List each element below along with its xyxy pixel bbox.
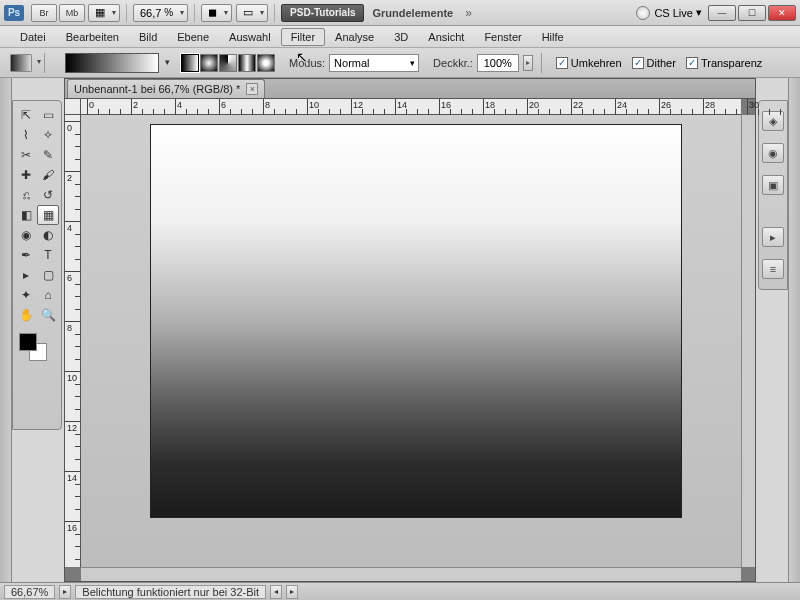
hand-tool-icon[interactable]: ✋ (15, 305, 37, 325)
title-bar: Ps Br Mb ▦ 66,7 % ◼ ▭ PSD-Tutorials Grun… (0, 0, 800, 26)
menu-ebene[interactable]: Ebene (167, 28, 219, 46)
opacity-input[interactable]: 100% (477, 54, 519, 72)
gradient-reflected-icon[interactable] (238, 54, 256, 72)
menu-datei[interactable]: Datei (10, 28, 56, 46)
chevron-right-icon[interactable]: » (465, 6, 472, 20)
history-brush-icon[interactable]: ↺ (37, 185, 59, 205)
cs-live-button[interactable]: CS Live ▾ (636, 6, 702, 20)
toolbox: ⇱▭ ⌇✧ ✂✎ ✚🖌 ⎌↺ ◧▦ ◉◐ ✒T ▸▢ ✦⌂ ✋🔍 (12, 100, 62, 430)
app-logo-icon: Ps (4, 5, 24, 21)
gradient-preview[interactable] (65, 53, 159, 73)
3d-tool-icon[interactable]: ✦ (15, 285, 37, 305)
document-tab[interactable]: Unbenannt-1 bei 66,7% (RGB/8) * × (67, 79, 265, 98)
status-arrow-icon[interactable]: ▸ (59, 585, 71, 599)
shape-tool-icon[interactable]: ▢ (37, 265, 59, 285)
minibridge-button[interactable]: Mb (59, 4, 85, 22)
opacity-label: Deckkr.: (433, 57, 473, 69)
menu-bild[interactable]: Bild (129, 28, 167, 46)
canvas[interactable] (151, 125, 681, 517)
maximize-button[interactable]: ☐ (738, 5, 766, 21)
history-icon[interactable]: ▸ (762, 227, 784, 247)
menu-fenster[interactable]: Fenster (474, 28, 531, 46)
eyedropper-tool-icon[interactable]: ✎ (37, 145, 59, 165)
foreground-color-swatch[interactable] (19, 333, 37, 351)
status-bar: 66,67% ▸ Belichtung funktioniert nur bei… (0, 582, 800, 600)
actions-icon[interactable]: ≡ (762, 259, 784, 279)
lasso-tool-icon[interactable]: ⌇ (15, 125, 37, 145)
cslive-icon (636, 6, 650, 20)
reverse-checkbox[interactable]: ✓Umkehren (556, 57, 622, 69)
menu-bearbeiten[interactable]: Bearbeiten (56, 28, 129, 46)
square-select[interactable]: ◼ (201, 4, 232, 22)
dither-checkbox[interactable]: ✓Dither (632, 57, 676, 69)
minimize-button[interactable]: — (708, 5, 736, 21)
mode-label: Modus: (289, 57, 325, 69)
canvas-viewport[interactable] (81, 115, 741, 567)
scrollbar-horizontal[interactable] (81, 567, 741, 581)
marquee-tool-icon[interactable]: ▭ (37, 105, 59, 125)
options-bar: Modus: Normal Deckkr.: 100% ▸ ✓Umkehren … (0, 48, 800, 78)
left-dock-strip[interactable] (0, 78, 12, 582)
ruler-corner (65, 99, 81, 115)
menu-bar: Datei Bearbeiten Bild Ebene Auswahl Filt… (0, 26, 800, 48)
ruler-horizontal[interactable]: 024681012141618202224262830 (81, 99, 741, 115)
screenmode-select[interactable]: ▭ (236, 4, 268, 22)
stamp-tool-icon[interactable]: ⎌ (15, 185, 37, 205)
paths-icon[interactable]: ▣ (762, 175, 784, 195)
main-area: ⇱▭ ⌇✧ ✂✎ ✚🖌 ⎌↺ ◧▦ ◉◐ ✒T ▸▢ ✦⌂ ✋🔍 Unbenan… (0, 78, 800, 582)
wand-tool-icon[interactable]: ✧ (37, 125, 59, 145)
gradient-type-group (181, 54, 275, 72)
gradient-angle-icon[interactable] (219, 54, 237, 72)
arrange-select[interactable]: ▦ (88, 4, 120, 22)
path-select-icon[interactable]: ▸ (15, 265, 37, 285)
crop-tool-icon[interactable]: ✂ (15, 145, 37, 165)
workspace-label[interactable]: Grundelemente (372, 7, 453, 19)
blur-tool-icon[interactable]: ◉ (15, 225, 37, 245)
gradient-radial-icon[interactable] (200, 54, 218, 72)
tool-preset-icon[interactable] (10, 54, 32, 72)
status-message: Belichtung funktioniert nur bei 32-Bit (75, 585, 266, 599)
mode-select[interactable]: Normal (329, 54, 419, 72)
tab-close-icon[interactable]: × (246, 83, 258, 95)
healing-tool-icon[interactable]: ✚ (15, 165, 37, 185)
brush-tool-icon[interactable]: 🖌 (37, 165, 59, 185)
eraser-tool-icon[interactable]: ◧ (15, 205, 37, 225)
close-button[interactable]: ✕ (768, 5, 796, 21)
pen-tool-icon[interactable]: ✒ (15, 245, 37, 265)
document-area: Unbenannt-1 bei 66,7% (RGB/8) * × 024681… (64, 78, 756, 582)
status-nav-right-icon[interactable]: ▸ (286, 585, 298, 599)
right-panel-dock: ◈ ◉ ▣ ▸ ≡ (758, 100, 788, 290)
gradient-diamond-icon[interactable] (257, 54, 275, 72)
menu-filter[interactable]: Filter (281, 28, 325, 46)
camera-tool-icon[interactable]: ⌂ (37, 285, 59, 305)
type-tool-icon[interactable]: T (37, 245, 59, 265)
opacity-flyout-icon[interactable]: ▸ (523, 55, 533, 71)
channels-icon[interactable]: ◉ (762, 143, 784, 163)
menu-hilfe[interactable]: Hilfe (532, 28, 574, 46)
status-nav-left-icon[interactable]: ◂ (270, 585, 282, 599)
ruler-vertical[interactable]: 0246810121416 (65, 115, 81, 567)
tab-strip: Unbenannt-1 bei 66,7% (RGB/8) * × (65, 79, 755, 99)
dodge-tool-icon[interactable]: ◐ (37, 225, 59, 245)
gradient-tool-icon[interactable]: ▦ (37, 205, 59, 225)
menu-ansicht[interactable]: Ansicht (418, 28, 474, 46)
status-zoom[interactable]: 66,67% (4, 585, 55, 599)
zoom-select[interactable]: 66,7 % (133, 4, 188, 22)
bridge-button[interactable]: Br (31, 4, 57, 22)
zoom-tool-icon[interactable]: 🔍 (37, 305, 59, 325)
workspace-button[interactable]: PSD-Tutorials (281, 4, 364, 22)
menu-analyse[interactable]: Analyse (325, 28, 384, 46)
document-tab-label: Unbenannt-1 bei 66,7% (RGB/8) * (74, 83, 240, 95)
scrollbar-vertical[interactable] (741, 115, 755, 567)
color-swatches[interactable] (15, 331, 59, 365)
right-dock-strip[interactable] (788, 78, 800, 582)
menu-3d[interactable]: 3D (384, 28, 418, 46)
gradient-linear-icon[interactable] (181, 54, 199, 72)
menu-auswahl[interactable]: Auswahl (219, 28, 281, 46)
move-tool-icon[interactable]: ⇱ (15, 105, 37, 125)
transparency-checkbox[interactable]: ✓Transparenz (686, 57, 762, 69)
